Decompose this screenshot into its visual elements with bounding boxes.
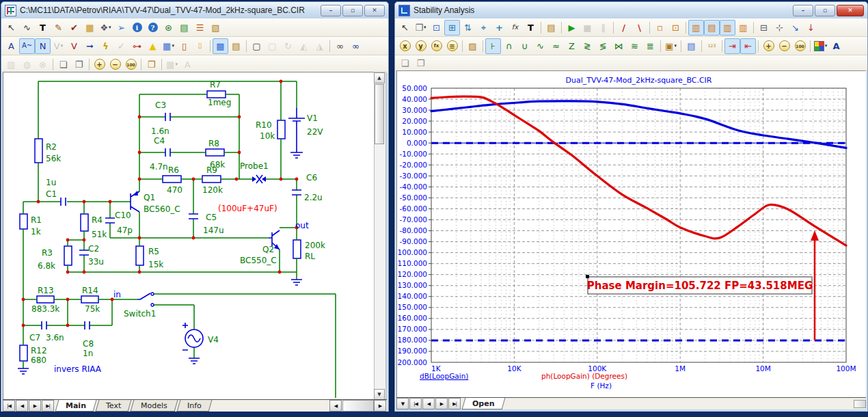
- last-page-button[interactable]: ▶|: [42, 400, 54, 412]
- select-mode-icon[interactable]: ↖: [397, 20, 413, 36]
- legend-db[interactable]: dB(LoopGain): [420, 372, 468, 380]
- pages-menu-icon[interactable]: ❐▾: [413, 20, 429, 36]
- next-page-button[interactable]: ▶: [29, 400, 41, 412]
- positive-slope-icon[interactable]: /: [616, 20, 632, 36]
- file-link-icon[interactable]: ▤: [176, 20, 192, 36]
- restore-button[interactable]: ▫: [815, 5, 835, 16]
- power-display-icon[interactable]: ϟ: [98, 38, 113, 54]
- cursor-intersect-icon[interactable]: ⋈: [611, 38, 627, 54]
- calculator-icon[interactable]: 123: [704, 38, 720, 54]
- text-mode-icon[interactable]: T: [523, 20, 539, 36]
- node-voltages-icon[interactable]: V▾: [51, 38, 66, 54]
- token-box-icon[interactable]: ⊡: [668, 20, 683, 36]
- info-page-icon[interactable]: ▥: [3, 57, 19, 72]
- cursor-envelope-top-icon[interactable]: ≋: [627, 38, 642, 54]
- point-tag-icon[interactable]: +: [491, 20, 507, 36]
- copy-to-front-icon[interactable]: ❏: [397, 55, 413, 71]
- zoom-in-icon[interactable]: +: [761, 38, 776, 54]
- send-back-icon[interactable]: ❐: [71, 57, 87, 72]
- schematic-titlebar[interactable]: C:\MC11\DATA\Petrov\RIAA\TVV-47\Dual_TVV…: [1, 2, 388, 18]
- cursor-global-high-icon[interactable]: ≷: [580, 38, 595, 54]
- bus-icon[interactable]: ☰: [192, 20, 208, 36]
- bring-front-icon[interactable]: ❏: [55, 57, 71, 72]
- region-edit-icon[interactable]: ▧: [208, 20, 223, 36]
- minimize-button[interactable]: –: [321, 5, 341, 16]
- cursor-left-branch-icon[interactable]: ⇥: [724, 38, 740, 54]
- zoom-100-icon[interactable]: 100: [123, 57, 139, 72]
- find-wave-icon[interactable]: ∞: [332, 38, 348, 54]
- hscroll-thumb[interactable]: [342, 400, 374, 412]
- pan-mode-icon[interactable]: ⇅: [460, 20, 476, 36]
- cursor-high-icon[interactable]: ∿: [532, 38, 548, 54]
- font-icon[interactable]: A: [180, 57, 195, 72]
- cursor-inflection-icon[interactable]: Z: [564, 38, 580, 54]
- numeric-output-icon[interactable]: ▤: [683, 38, 699, 54]
- color-palette-icon[interactable]: ▾: [813, 38, 828, 54]
- grid-toggle-icon[interactable]: ▦▾: [161, 38, 176, 54]
- analysis-titlebar[interactable]: Stability Analysis – ▫ ✕: [395, 2, 867, 18]
- data-points-box-icon[interactable]: ▫: [652, 20, 668, 36]
- negative-slope-icon[interactable]: \: [632, 20, 647, 36]
- y-axis-icon[interactable]: y: [413, 38, 429, 54]
- copy-to-back-icon[interactable]: ❐: [413, 55, 429, 71]
- tab-info[interactable]: Info: [177, 400, 213, 412]
- last-page-button[interactable]: ▶|: [448, 398, 461, 409]
- zoom-in-icon[interactable]: +: [92, 57, 107, 72]
- pin-connections-icon[interactable]: ⊶: [129, 38, 145, 54]
- slope-marker-icon[interactable]: ▲: [145, 38, 161, 54]
- graphics-mode-icon[interactable]: ✎: [51, 20, 66, 36]
- axes-menu-icon[interactable]: ≡: [444, 38, 460, 54]
- web-info-icon[interactable]: ⊛: [161, 20, 176, 36]
- step-into-icon[interactable]: ◍: [19, 57, 35, 72]
- condition-display-icon[interactable]: ✓: [113, 38, 129, 54]
- plot-pane-4-icon[interactable]: ▥: [735, 20, 751, 36]
- text-mode-icon[interactable]: T: [35, 20, 51, 36]
- x-axis-icon[interactable]: x: [397, 38, 413, 54]
- sheet-border-icon[interactable]: ▯: [192, 38, 208, 54]
- run-button[interactable]: ▶: [564, 20, 580, 36]
- deselect-area-icon[interactable]: ▢: [265, 38, 280, 54]
- font-icon[interactable]: A: [828, 38, 844, 54]
- find-icon[interactable]: ∞: [348, 38, 364, 54]
- flip-vertical-icon[interactable]: ◭: [296, 38, 312, 54]
- hscroll-thumb[interactable]: [854, 400, 866, 408]
- cursor-right-branch-icon[interactable]: ⇤: [740, 38, 756, 54]
- zoom-out-icon[interactable]: −: [776, 38, 792, 54]
- current-display-icon[interactable]: ➞: [82, 38, 98, 54]
- edit-limits-icon[interactable]: ▨: [465, 38, 480, 54]
- cursor-peak-icon[interactable]: ∩: [501, 38, 517, 54]
- cursor-next-icon[interactable]: ⊦: [485, 38, 501, 54]
- properties-icon[interactable]: ▤: [228, 38, 244, 54]
- info-mode-icon[interactable]: i: [129, 20, 145, 36]
- vscroll-thumb[interactable]: [375, 84, 384, 144]
- close-button[interactable]: ✕: [364, 5, 385, 16]
- fx-axis-icon[interactable]: fx: [429, 38, 444, 54]
- cursor-envelope-bottom-icon[interactable]: ≣: [642, 38, 658, 54]
- legend-ph[interactable]: ph(LoopGain) (Degrees): [541, 372, 627, 380]
- exp-curve-icon[interactable]: ↘: [787, 20, 803, 36]
- wire-mode-icon[interactable]: ∿: [19, 20, 35, 36]
- cursor-valley-icon[interactable]: ∪: [517, 38, 532, 54]
- title-block-icon[interactable]: ▯: [176, 38, 192, 54]
- find-part-icon[interactable]: ▦: [82, 20, 98, 36]
- fly-wire-icon[interactable]: ➢: [113, 20, 129, 36]
- clear-search-icon[interactable]: ⊗: [35, 57, 51, 72]
- zoom-out-icon[interactable]: −: [107, 57, 123, 72]
- hscroll-left-button[interactable]: ◀: [329, 400, 342, 412]
- horizontal-split-icon[interactable]: ⊟: [756, 20, 772, 36]
- crosshair-icon[interactable]: ⊹: [772, 20, 787, 36]
- node-numbers-icon[interactable]: N: [35, 38, 51, 54]
- pause-button[interactable]: ‖: [595, 20, 611, 36]
- formula-text-icon[interactable]: fx: [507, 20, 523, 36]
- tab-models[interactable]: Models: [131, 400, 178, 412]
- prev-page-button[interactable]: ◀: [422, 398, 435, 409]
- scroll-down-button[interactable]: ▼: [374, 389, 385, 400]
- scroll-up-button[interactable]: ▲: [374, 72, 385, 83]
- page-flip-icon[interactable]: ❐: [144, 57, 159, 72]
- pattern-grid-icon[interactable]: ▦▾: [164, 57, 180, 72]
- attribute-text-icon[interactable]: A: [3, 38, 19, 54]
- attribute-value-icon[interactable]: A~: [19, 38, 35, 54]
- select-mode-icon[interactable]: ↖: [3, 20, 19, 36]
- zoom-select-icon[interactable]: ⊡: [429, 20, 444, 36]
- scale-mode-icon[interactable]: ⊞: [444, 20, 460, 36]
